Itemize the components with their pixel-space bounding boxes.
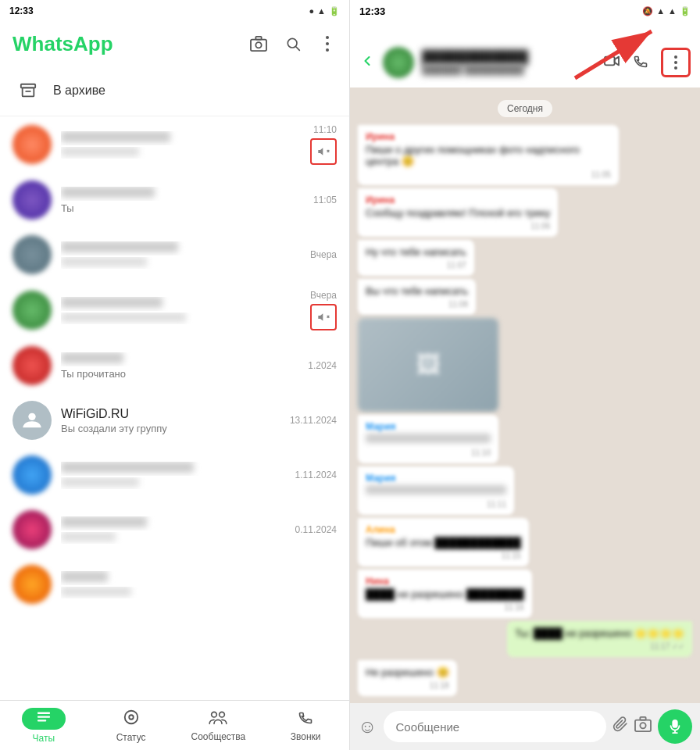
archive-icon bbox=[12, 75, 44, 106]
nav-calls-label: Звонки bbox=[291, 731, 321, 742]
chat-header-avatar[interactable] bbox=[383, 47, 414, 78]
signal-right-icon: ▲ bbox=[656, 6, 665, 16]
chat-time: 0.11.2024 bbox=[295, 524, 337, 535]
status-bar-left: 12:33 ● ▲ 🔋 bbox=[0, 0, 349, 22]
message-time: 11:05 bbox=[366, 170, 611, 179]
chat-item[interactable]: Вчера bbox=[0, 227, 349, 282]
nav-chats-label: Чаты bbox=[33, 733, 55, 744]
chat-time: 13.11.2024 bbox=[290, 415, 337, 426]
chat-time: 11:05 bbox=[313, 195, 337, 205]
chat-time: 1.11.2024 bbox=[295, 470, 337, 480]
nav-communities[interactable]: Сообщества bbox=[175, 703, 262, 748]
chat-info bbox=[61, 241, 301, 269]
avatar bbox=[12, 235, 52, 274]
chat-item[interactable]: 11:10 bbox=[0, 116, 349, 173]
archive-label: В архиве bbox=[53, 84, 105, 98]
chat-message: Ты bbox=[61, 202, 304, 214]
svg-rect-33 bbox=[640, 717, 645, 720]
sender-name: Ирина bbox=[366, 131, 611, 142]
mute-badge bbox=[310, 138, 337, 165]
archive-row[interactable]: В архиве bbox=[0, 66, 349, 116]
svg-point-28 bbox=[674, 66, 677, 70]
message-text bbox=[366, 434, 491, 445]
voice-call-button[interactable] bbox=[633, 53, 648, 73]
nav-status[interactable]: Статус bbox=[88, 702, 175, 749]
more-options-button[interactable] bbox=[661, 48, 691, 77]
chat-meta: 11:10 bbox=[310, 124, 337, 165]
message-text: Пиши об этом ████████████ bbox=[366, 537, 521, 548]
message-input-area: ☺ bbox=[350, 703, 700, 750]
message-text: Ну что тебе написать bbox=[366, 246, 466, 258]
chat-time: Вчера bbox=[310, 249, 337, 260]
chat-meta: Вчера bbox=[310, 249, 337, 260]
video-call-button[interactable] bbox=[603, 54, 620, 72]
chat-info bbox=[61, 462, 286, 489]
chat-meta: 11:05 bbox=[313, 195, 337, 205]
sender-name: Нина bbox=[366, 576, 524, 587]
time-right: 12:33 bbox=[359, 5, 385, 17]
mic-button[interactable] bbox=[658, 709, 692, 744]
communities-icon bbox=[209, 709, 227, 728]
message-text: Ты: ████ не разрешено 🌟🌟🌟🌟 bbox=[515, 627, 684, 639]
status-icons-right: 🔕 ▲ ▲ 🔋 bbox=[642, 6, 691, 16]
chat-list: 11:10 Ты 11:05 bbox=[0, 116, 349, 700]
image-bubble: 🖼 bbox=[358, 318, 498, 412]
image-message: 🖼 bbox=[358, 318, 498, 412]
chat-item[interactable]: WiFiGiD.RU Вы создали эту группу 13.11.2… bbox=[0, 393, 349, 448]
nav-chats[interactable]: Чаты bbox=[0, 702, 88, 750]
nav-calls[interactable]: Звонки bbox=[262, 703, 349, 748]
message-input[interactable] bbox=[384, 711, 606, 742]
svg-point-6 bbox=[326, 42, 329, 45]
chat-header: ████████████ ██████ █████████ bbox=[350, 22, 700, 88]
chat-item[interactable]: Вчера bbox=[0, 282, 349, 338]
battery-right-icon: 🔋 bbox=[680, 6, 691, 16]
chat-meta: 1.11.2024 bbox=[295, 470, 337, 480]
sender-name: Мария bbox=[366, 421, 491, 432]
message-bubble: Нина ████ не разрешено ████████ 11:16 bbox=[358, 570, 532, 618]
chat-item[interactable]: 1.11.2024 bbox=[0, 448, 349, 502]
chat-info bbox=[61, 516, 286, 544]
chat-item[interactable] bbox=[0, 557, 349, 612]
status-icons-left: ● ▲ 🔋 bbox=[309, 6, 340, 16]
avatar bbox=[12, 401, 52, 440]
chat-meta: 13.11.2024 bbox=[290, 415, 337, 426]
emoji-button[interactable]: ☺ bbox=[358, 716, 377, 738]
svg-point-7 bbox=[326, 48, 329, 52]
back-button[interactable] bbox=[359, 53, 375, 73]
avatar bbox=[12, 510, 52, 549]
nav-communities-label: Сообщества bbox=[191, 731, 246, 742]
camera-icon[interactable] bbox=[249, 34, 268, 53]
message-bubble: Ты: ████ не разрешено 🌟🌟🌟🌟 11:17 ✓✓ bbox=[507, 621, 692, 657]
chat-time: Вчера bbox=[310, 290, 337, 301]
camera-input-button[interactable] bbox=[634, 716, 652, 737]
sender-name: Мария bbox=[366, 473, 506, 484]
chat-time: 1.2024 bbox=[308, 360, 337, 371]
chat-name bbox=[61, 187, 304, 201]
chat-item[interactable]: Ты 11:05 bbox=[0, 173, 349, 227]
chat-item[interactable]: Ты прочитано 1.2024 bbox=[0, 338, 349, 393]
avatar bbox=[12, 565, 52, 604]
messages-area[interactable]: Сегодня Ирина Пиши о других помощниках ф… bbox=[350, 88, 700, 703]
message-text: ████ не разрешено ████████ bbox=[366, 588, 524, 600]
mute-status-icon: 🔕 bbox=[642, 6, 653, 16]
svg-point-21 bbox=[124, 710, 138, 723]
svg-point-5 bbox=[326, 36, 329, 39]
chat-name bbox=[61, 131, 301, 145]
message-time: 11:18 bbox=[366, 681, 449, 690]
attach-button[interactable] bbox=[612, 716, 628, 738]
more-menu-icon[interactable] bbox=[318, 34, 337, 53]
avatar bbox=[12, 346, 52, 385]
status-icon bbox=[123, 709, 140, 729]
chat-name: WiFiGiD.RU bbox=[61, 407, 280, 421]
left-panel: 12:33 ● ▲ 🔋 WhatsApp bbox=[0, 0, 350, 750]
chat-header-name: ████████████ bbox=[422, 50, 595, 64]
search-icon[interactable] bbox=[284, 34, 302, 53]
message-bubble: Алина Пиши об этом ████████████ 11:15 bbox=[358, 518, 529, 566]
chat-name bbox=[61, 241, 301, 255]
message-bubble: Мария 11:11 bbox=[358, 466, 514, 515]
chat-info: Ты прочитано bbox=[61, 352, 298, 380]
message-time: 11:11 bbox=[366, 500, 506, 509]
nav-status-label: Статус bbox=[116, 732, 146, 743]
message-time: 11:15 bbox=[366, 552, 521, 560]
chat-item[interactable]: 0.11.2024 bbox=[0, 502, 349, 557]
